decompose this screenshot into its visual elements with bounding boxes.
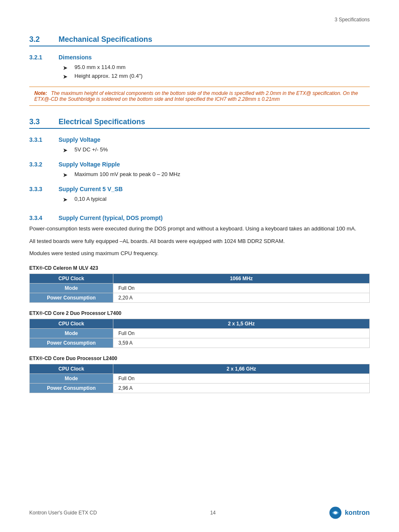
subsection-332: 3.3.2 Supply Voltage Ripple ➤ Maximum 10… [29, 161, 370, 178]
kontron-logo: kontron [329, 506, 370, 519]
arrow-icon-5: ➤ [63, 196, 68, 203]
subsection-333-label: Supply Current 5 V_SB [59, 186, 123, 192]
processor-label-3: ETX®-CD Core Duo Processor L2400 [29, 356, 370, 361]
table-cell-value: 2,96 A [113, 383, 370, 393]
table-cell-label: Mode [30, 283, 113, 293]
table-cell-value: 2 x 1,66 GHz [113, 364, 370, 373]
processor-label-2: ETX®-CD Core 2 Duo Processor L7400 [29, 310, 370, 316]
body-text-1: Power-consumption tests were executed du… [29, 225, 370, 233]
subsection-321-title: 3.2.1 Dimensions [29, 54, 370, 61]
current-vsb-text-1: 0,10 A typical [74, 196, 107, 202]
ripple-text-1: Maximum 100 mV peak to peak 0 – 20 MHz [74, 171, 180, 177]
note-text: The maximum height of electrical compone… [34, 90, 358, 102]
table-cell-value: Full On [113, 328, 370, 338]
subsection-332-label: Supply Voltage Ripple [59, 161, 120, 168]
section-33: 3.3 Electrical Specifications 3.3.1 Supp… [29, 118, 370, 393]
section-32-label: Mechanical Specifications [59, 35, 152, 44]
table-cell-value: Full On [113, 283, 370, 293]
table-row: CPU Clock 2 x 1,5 GHz [30, 319, 370, 328]
table-cell-label: CPU Clock [30, 364, 113, 373]
subsection-333-number: 3.3.3 [29, 186, 50, 192]
section-32: 3.2 Mechanical Specifications 3.2.1 Dime… [29, 35, 370, 106]
voltage-bullet-1: ➤ 5V DC +/- 5% [63, 146, 370, 153]
table-cell-value: 2 x 1,5 GHz [113, 319, 370, 328]
subsection-334-number: 3.3.4 [29, 215, 50, 221]
table-cell-label: Power Consumption [30, 383, 113, 393]
note-label: Note: [34, 90, 47, 96]
footer-center-text: 14 [210, 510, 215, 516]
subsection-331-title: 3.3.1 Supply Voltage [29, 136, 370, 143]
table-cell-label: Power Consumption [30, 338, 113, 348]
table-cell-value: 2,20 A [113, 293, 370, 302]
table-cell-label: CPU Clock [30, 274, 113, 283]
section-33-number: 3.3 [29, 118, 50, 126]
subsection-331-label: Supply Voltage [59, 136, 100, 143]
section-33-label: Electrical Specifications [59, 118, 145, 126]
subsection-331: 3.3.1 Supply Voltage ➤ 5V DC +/- 5% [29, 136, 370, 153]
table-row: CPU Clock 1066 MHz [30, 274, 370, 283]
note-box: Note: The maximum height of electrical c… [29, 87, 370, 106]
kontron-brand-text: kontron [345, 509, 370, 517]
table-cell-label: Mode [30, 373, 113, 383]
dimension-bullet-2: ➤ Height approx. 12 mm (0.4") [63, 73, 370, 80]
arrow-icon-2: ➤ [63, 73, 68, 80]
ripple-bullet-1: ➤ Maximum 100 mV peak to peak 0 – 20 MHz [63, 171, 370, 178]
table-row: Mode Full On [30, 373, 370, 383]
subsection-321: 3.2.1 Dimensions ➤ 95.0 mm x 114.0 mm ➤ … [29, 54, 370, 80]
dimension-bullet-1: ➤ 95.0 mm x 114.0 mm [63, 64, 370, 71]
page-footer: Kontron User's Guide ETX CD 14 kontron [0, 506, 399, 519]
table-row: Power Consumption 3,59 A [30, 338, 370, 348]
spec-table-2: CPU Clock 2 x 1,5 GHz Mode Full On Power… [29, 319, 370, 348]
body-text-3: Modules were tested using maximum CPU fr… [29, 249, 370, 258]
subsection-321-number: 3.2.1 [29, 54, 50, 61]
subsection-333: 3.3.3 Supply Current 5 V_SB ➤ 0,10 A typ… [29, 186, 370, 203]
subsection-333-title: 3.3.3 Supply Current 5 V_SB [29, 186, 370, 192]
table-cell-value: 1066 MHz [113, 274, 370, 283]
subsection-332-title: 3.3.2 Supply Voltage Ripple [29, 161, 370, 168]
arrow-icon-1: ➤ [63, 64, 68, 71]
subsection-334: 3.3.4 Supply Current (typical, DOS promp… [29, 215, 370, 393]
current-vsb-bullet-1: ➤ 0,10 A typical [63, 196, 370, 203]
subsection-334-label: Supply Current (typical, DOS prompt) [59, 215, 163, 221]
arrow-icon-4: ➤ [63, 171, 68, 178]
table-row: Mode Full On [30, 328, 370, 338]
arrow-icon-3: ➤ [63, 147, 68, 153]
spec-table-3: CPU Clock 2 x 1,66 GHz Mode Full On Powe… [29, 364, 370, 393]
table-row: CPU Clock 2 x 1,66 GHz [30, 364, 370, 373]
table-cell-label: CPU Clock [30, 319, 113, 328]
table-row: Mode Full On [30, 283, 370, 293]
body-text-2: All tested boards were fully equipped –A… [29, 237, 370, 246]
spec-table-1: CPU Clock 1066 MHz Mode Full On Power Co… [29, 274, 370, 303]
section-33-title: 3.3 Electrical Specifications [29, 118, 370, 129]
dimension-text-1: 95.0 mm x 114.0 mm [74, 64, 125, 70]
table-row: Power Consumption 2,20 A [30, 293, 370, 302]
subsection-331-number: 3.3.1 [29, 136, 50, 143]
section-32-number: 3.2 [29, 35, 50, 44]
table-cell-label: Mode [30, 328, 113, 338]
processor-label-1: ETX®-CD Celeron M ULV 423 [29, 265, 370, 271]
table-cell-label: Power Consumption [30, 293, 113, 302]
table-cell-value: 3,59 A [113, 338, 370, 348]
voltage-text-1: 5V DC +/- 5% [74, 146, 108, 153]
subsection-321-label: Dimensions [59, 54, 92, 61]
page-header: 3 Specifications [29, 17, 370, 23]
footer-left-text: Kontron User's Guide ETX CD [29, 510, 97, 516]
dimension-text-2: Height approx. 12 mm (0.4") [74, 73, 143, 79]
subsection-332-number: 3.3.2 [29, 161, 50, 168]
table-row: Power Consumption 2,96 A [30, 383, 370, 393]
section-32-title: 3.2 Mechanical Specifications [29, 35, 370, 46]
page-header-text: 3 Specifications [335, 17, 370, 23]
kontron-icon [329, 506, 342, 519]
subsection-334-title: 3.3.4 Supply Current (typical, DOS promp… [29, 215, 370, 221]
table-cell-value: Full On [113, 373, 370, 383]
